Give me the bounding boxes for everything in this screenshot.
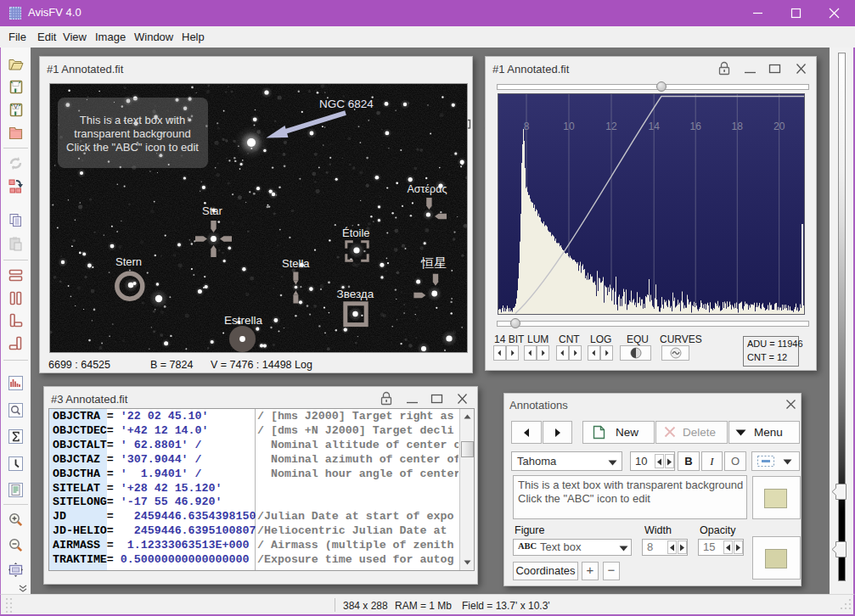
svg-text:10: 10	[563, 120, 575, 132]
svg-text:14: 14	[649, 120, 661, 132]
svg-text:Stella: Stella	[282, 257, 310, 270]
svg-text:Estrella: Estrella	[224, 314, 263, 327]
svg-text:恒星: 恒星	[420, 255, 447, 270]
svg-text:Stern: Stern	[115, 255, 142, 268]
svg-text:Click the "ABC" icon to edit: Click the "ABC" icon to edit	[66, 141, 199, 154]
svg-text:16: 16	[690, 120, 702, 132]
svg-text:Звезда: Звезда	[337, 288, 374, 300]
svg-text:This is a text box with: This is a text box with	[80, 114, 185, 126]
svg-text:NGC 6824: NGC 6824	[319, 98, 374, 110]
svg-text:12: 12	[605, 120, 617, 132]
svg-text:18: 18	[732, 120, 744, 132]
svg-text:V: V	[14, 103, 18, 110]
svg-text:transparent background: transparent background	[74, 127, 190, 140]
svg-text:8: 8	[524, 120, 530, 132]
svg-text:20: 20	[773, 120, 785, 132]
svg-text:Star: Star	[202, 204, 223, 217]
svg-text:Étoile: Étoile	[342, 227, 370, 239]
svg-text:Αστέρας: Αστέρας	[408, 183, 447, 195]
